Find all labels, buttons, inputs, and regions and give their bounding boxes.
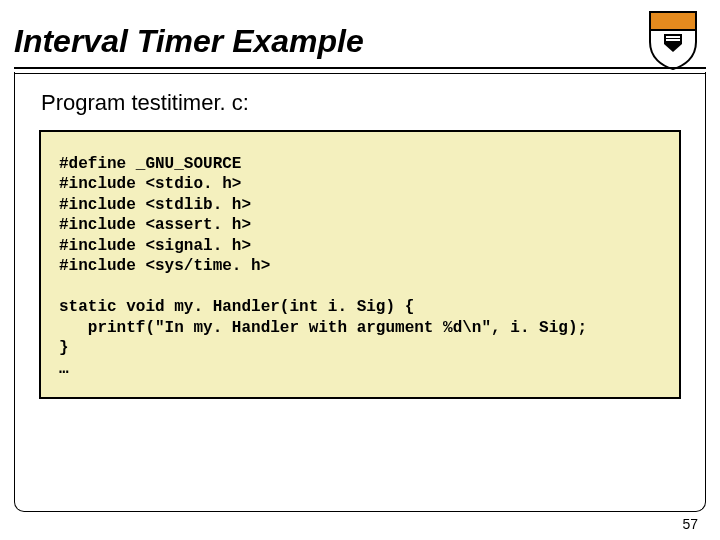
slide-title: Interval Timer Example (14, 23, 364, 60)
code-line: … (59, 360, 69, 378)
code-line: #define _GNU_SOURCE (59, 155, 241, 173)
code-line: #include <signal. h> (59, 237, 251, 255)
code-line: } (59, 339, 69, 357)
page-number: 57 (682, 516, 698, 532)
body-frame: Program testitimer. c: #define _GNU_SOUR… (14, 72, 706, 512)
program-label: Program testitimer. c: (41, 90, 681, 116)
code-line: #include <stdio. h> (59, 175, 241, 193)
title-bar: Interval Timer Example (14, 12, 706, 70)
code-line: static void my. Handler(int i. Sig) { (59, 298, 414, 316)
code-line: #include <assert. h> (59, 216, 251, 234)
code-line: printf("In my. Handler with argument %d\… (59, 319, 587, 337)
code-line: #include <stdlib. h> (59, 196, 251, 214)
svg-rect-2 (666, 39, 680, 41)
code-listing: #define _GNU_SOURCE #include <stdio. h> … (39, 130, 681, 399)
school-crest-icon (646, 8, 700, 70)
slide: Interval Timer Example Program testitime… (0, 0, 720, 540)
svg-rect-1 (666, 36, 680, 38)
code-line: #include <sys/time. h> (59, 257, 270, 275)
